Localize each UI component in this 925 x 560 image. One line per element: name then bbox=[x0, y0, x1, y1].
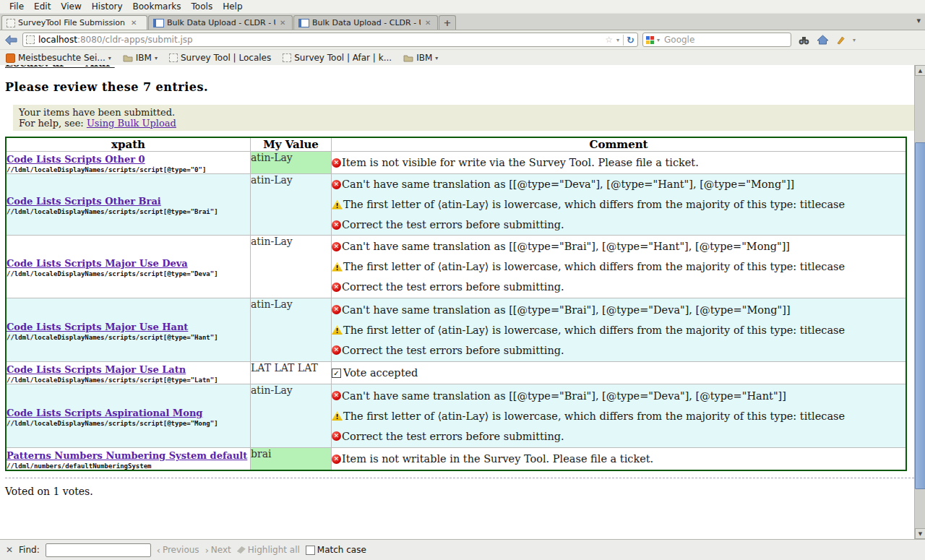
bookmark-label: IBM bbox=[136, 53, 152, 63]
xpath-link[interactable]: Patterns Numbers Numbering System defaul… bbox=[7, 451, 247, 461]
cldr-favicon-icon bbox=[153, 19, 164, 27]
error-icon bbox=[332, 283, 341, 292]
bookmark-label: Meistbesuchte Sei... bbox=[18, 53, 106, 63]
column-header-my-value: My Value bbox=[251, 137, 332, 152]
value-cell: LAT LAT LAT bbox=[251, 362, 332, 384]
url-dropdown-icon[interactable]: ▾ bbox=[616, 37, 619, 43]
url-bar[interactable]: localhost:8080/cldr-apps/submit.jsp ☆ ▾ … bbox=[22, 33, 638, 47]
scroll-up-icon[interactable]: ▲ bbox=[915, 65, 925, 76]
bookmark-survey-tool-locales[interactable]: Survey Tool | Locales bbox=[169, 53, 271, 63]
menu-file[interactable]: File bbox=[4, 1, 29, 12]
xpath-text: //ldml/localeDisplayNames/scripts/script… bbox=[7, 208, 250, 215]
page-content: Locale: af — 'Afar' Please review these … bbox=[0, 65, 925, 539]
error-icon bbox=[332, 158, 341, 168]
tab-close-icon[interactable]: ✕ bbox=[129, 19, 137, 27]
menu-view[interactable]: View bbox=[56, 1, 86, 12]
toolbar-icons: ▾ bbox=[799, 35, 856, 45]
error-icon bbox=[332, 455, 341, 464]
match-case-checkbox[interactable]: Match case bbox=[306, 545, 366, 555]
warning-icon bbox=[332, 325, 343, 335]
binoculars-icon[interactable] bbox=[799, 35, 809, 45]
menu-tools[interactable]: Tools bbox=[186, 1, 218, 12]
bookmark-label: IBM bbox=[416, 53, 432, 63]
url-path: :8080/cldr-apps/submit.jsp bbox=[77, 35, 193, 45]
tab-close-icon[interactable]: ✕ bbox=[423, 19, 431, 27]
comment-cell: Item is not visible for write via the Su… bbox=[332, 152, 907, 174]
value-cell: atin-Lay bbox=[251, 384, 332, 448]
next-label: Next bbox=[211, 545, 231, 555]
comment-text: The first letter of ⟨atin-Lay⟩ is lowerc… bbox=[343, 261, 845, 272]
tab-title: Bulk Data Upload - CLDR - Un... bbox=[312, 18, 421, 27]
previous-label: Previous bbox=[163, 545, 199, 555]
find-next-button[interactable]: ›Next bbox=[205, 545, 231, 556]
value-cell: atin-Lay bbox=[251, 152, 332, 174]
value-text: atin-Lay bbox=[251, 152, 293, 163]
value-cell: atin-Lay bbox=[251, 298, 332, 362]
warning-icon bbox=[332, 411, 343, 421]
xpath-text: //ldml/localeDisplayNames/scripts/script… bbox=[7, 420, 250, 427]
xpath-link[interactable]: Code Lists Scripts Major Use Latn bbox=[7, 365, 186, 375]
scrollbar-thumb[interactable] bbox=[915, 142, 925, 489]
toolbar-overflow-icon[interactable]: ▾ bbox=[853, 37, 856, 43]
home-icon[interactable] bbox=[817, 35, 829, 45]
checkbox-checked-icon bbox=[332, 369, 341, 378]
tab-title: SurveyTool File Submission | ... bbox=[18, 18, 126, 27]
using-bulk-upload-link[interactable]: Using Bulk Upload bbox=[87, 118, 176, 129]
menu-history[interactable]: History bbox=[87, 1, 128, 12]
menu-help[interactable]: Help bbox=[218, 1, 247, 12]
xpath-link[interactable]: Code Lists Scripts Aspirational Mong bbox=[7, 408, 202, 418]
list-all-tabs-icon[interactable]: ▾ bbox=[916, 16, 921, 25]
highlight-all-button[interactable]: Highlight all bbox=[237, 545, 300, 555]
comment-text: The first letter of ⟨atin-Lay⟩ is lowerc… bbox=[343, 199, 845, 210]
comment-cell: Can't have same translation as [[@type="… bbox=[332, 174, 907, 236]
xpath-link[interactable]: Code Lists Scripts Major Use Deva bbox=[7, 259, 188, 269]
comment-text: Correct the test errors before submittin… bbox=[342, 281, 564, 293]
previous-arrow-icon: ‹ bbox=[157, 545, 160, 556]
tab-title: Bulk Data Upload - CLDR - Un... bbox=[167, 18, 275, 27]
table-row: Code Lists Scripts Aspirational Mong //l… bbox=[6, 384, 906, 448]
error-icon bbox=[332, 431, 341, 441]
tab-close-icon[interactable]: ✕ bbox=[278, 19, 285, 27]
cldr-favicon-icon bbox=[298, 19, 309, 27]
menu-edit[interactable]: Edit bbox=[29, 1, 56, 12]
google-engine-icon bbox=[646, 36, 654, 44]
scroll-down-icon[interactable]: ▼ bbox=[915, 528, 925, 539]
voted-summary: Voted on 1 votes. bbox=[5, 486, 925, 497]
menu-bookmarks[interactable]: Bookmarks bbox=[128, 1, 186, 12]
xpath-text: //ldml/localeDisplayNames/scripts/script… bbox=[7, 376, 250, 384]
search-box[interactable]: ▾ bbox=[642, 33, 791, 47]
error-icon bbox=[332, 242, 341, 251]
page-favicon-placeholder-icon bbox=[7, 19, 15, 27]
search-input[interactable] bbox=[663, 34, 788, 46]
new-tab-button[interactable]: + bbox=[439, 15, 456, 30]
comment-cell: Vote accepted bbox=[332, 362, 907, 384]
find-input[interactable] bbox=[46, 543, 151, 557]
tab-surveytool-file-submission[interactable]: SurveyTool File Submission | ... ✕ bbox=[1, 15, 147, 30]
xpath-link[interactable]: Code Lists Scripts Other 0 bbox=[7, 155, 145, 165]
bookmark-survey-tool-afar[interactable]: Survey Tool | Afar | k... bbox=[283, 53, 392, 63]
back-button[interactable] bbox=[4, 35, 18, 46]
xpath-link[interactable]: Code Lists Scripts Major Use Hant bbox=[7, 322, 188, 332]
find-bar: ✕ Find: ‹Previous ›Next Highlight all Ma… bbox=[0, 539, 925, 560]
bookmark-folder-ibm-1[interactable]: IBM ▾ bbox=[123, 53, 158, 63]
comment-cell: Item is not writable in the Survey Tool.… bbox=[332, 448, 907, 471]
find-previous-button[interactable]: ‹Previous bbox=[157, 545, 199, 556]
tab-bulk-data-upload-1[interactable]: Bulk Data Upload - CLDR - Un... ✕ bbox=[148, 15, 293, 30]
bookmark-most-visited[interactable]: Meistbesuchte Sei... ▾ bbox=[6, 53, 111, 63]
comment-cell: Can't have same translation as [[@type="… bbox=[332, 384, 907, 448]
bookmark-label: Survey Tool | Locales bbox=[181, 53, 271, 63]
match-case-label: Match case bbox=[317, 545, 366, 555]
comment-cell: Can't have same translation as [[@type="… bbox=[332, 236, 907, 298]
bookmark-star-icon[interactable]: ☆ bbox=[605, 35, 613, 45]
xpath-link[interactable]: Code Lists Scripts Other Brai bbox=[7, 197, 161, 207]
reload-icon[interactable]: ↻ bbox=[623, 35, 634, 46]
table-row: Patterns Numbers Numbering System defaul… bbox=[6, 448, 906, 471]
find-close-icon[interactable]: ✕ bbox=[6, 545, 13, 555]
comment-text: Correct the test errors before submittin… bbox=[342, 219, 564, 231]
value-text: brai bbox=[251, 448, 271, 460]
tab-bulk-data-upload-2[interactable]: Bulk Data Upload - CLDR - Un... ✕ bbox=[293, 15, 438, 30]
search-engine-dropdown-icon[interactable]: ▾ bbox=[657, 37, 660, 43]
pen-icon[interactable] bbox=[836, 35, 846, 45]
bookmark-folder-ibm-2[interactable]: IBM ▾ bbox=[403, 53, 438, 63]
vertical-scrollbar[interactable]: ▲ ▼ bbox=[914, 65, 925, 539]
